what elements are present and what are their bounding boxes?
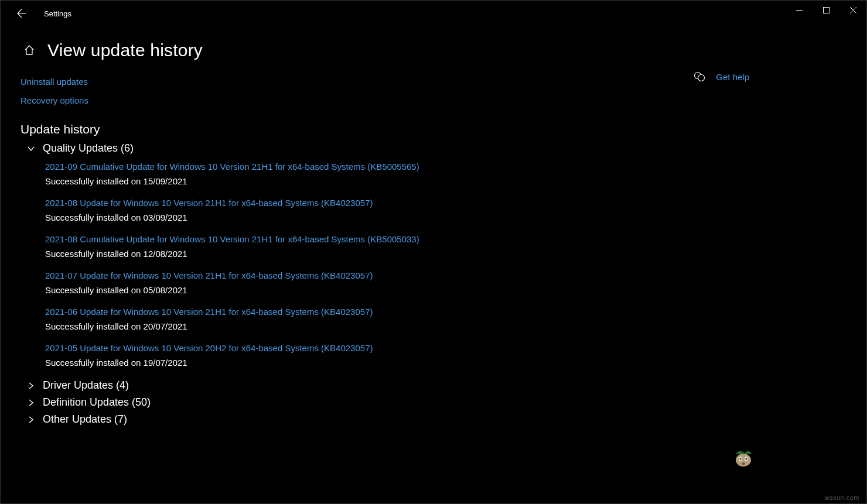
content-area: View update history Uninstall updates Re… — [1, 26, 866, 430]
minimize-button[interactable] — [786, 1, 813, 19]
maximize-button[interactable] — [813, 1, 839, 19]
window-controls — [786, 1, 866, 19]
update-status: Successfully installed on 12/08/2021 — [45, 249, 665, 259]
app-name: Settings — [44, 9, 71, 18]
mascot-icon — [732, 446, 755, 469]
back-button[interactable] — [17, 4, 40, 23]
chat-help-icon — [694, 71, 705, 83]
section-title: Update history — [21, 122, 665, 136]
home-button[interactable] — [23, 44, 36, 57]
svg-point-2 — [698, 75, 705, 81]
update-item: 2021-08 Update for Windows 10 Version 21… — [45, 198, 665, 222]
chevron-right-icon — [26, 415, 36, 424]
update-item: 2021-06 Update for Windows 10 Version 21… — [45, 307, 665, 331]
group-label: Driver Updates (4) — [43, 379, 129, 392]
quality-updates-list: 2021-09 Cumulative Update for Windows 10… — [45, 162, 665, 368]
close-icon — [850, 7, 856, 13]
chevron-right-icon — [26, 398, 36, 407]
group-quality-updates[interactable]: Quality Updates (6) — [26, 142, 665, 155]
update-link[interactable]: 2021-08 Update for Windows 10 Version 21… — [45, 198, 665, 208]
back-arrow-icon — [17, 9, 26, 18]
watermark: wsxun.com — [824, 494, 859, 501]
update-status: Successfully installed on 20/07/2021 — [45, 321, 665, 331]
update-item: 2021-08 Cumulative Update for Windows 10… — [45, 234, 665, 259]
update-status: Successfully installed on 15/09/2021 — [45, 176, 665, 186]
group-label: Quality Updates (6) — [43, 142, 134, 155]
update-link[interactable]: 2021-05 Update for Windows 10 Version 20… — [45, 343, 665, 353]
group-definition-updates[interactable]: Definition Updates (50) — [26, 396, 665, 409]
svg-point-7 — [746, 458, 747, 460]
chevron-right-icon — [26, 381, 36, 390]
update-link[interactable]: 2021-09 Cumulative Update for Windows 10… — [45, 162, 665, 172]
page-title: View update history — [47, 40, 203, 60]
close-button[interactable] — [839, 1, 866, 19]
update-item: 2021-07 Update for Windows 10 Version 21… — [45, 270, 665, 295]
main-column: View update history Uninstall updates Re… — [21, 32, 665, 430]
update-link[interactable]: 2021-08 Cumulative Update for Windows 10… — [45, 234, 665, 244]
home-icon — [23, 44, 35, 56]
get-help-link[interactable]: Get help — [716, 72, 749, 82]
titlebar: Settings — [1, 1, 866, 26]
update-link[interactable]: 2021-07 Update for Windows 10 Version 21… — [45, 270, 665, 280]
chevron-down-icon — [26, 144, 36, 153]
svg-point-8 — [742, 462, 745, 465]
group-label: Definition Updates (50) — [43, 396, 151, 409]
update-status: Successfully installed on 19/07/2021 — [45, 358, 665, 368]
recovery-options-link[interactable]: Recovery options — [21, 95, 88, 105]
page-title-row: View update history — [21, 40, 665, 60]
group-other-updates[interactable]: Other Updates (7) — [26, 413, 665, 426]
update-link[interactable]: 2021-06 Update for Windows 10 Version 21… — [45, 307, 665, 317]
uninstall-updates-link[interactable]: Uninstall updates — [21, 77, 88, 87]
svg-point-6 — [740, 458, 742, 460]
maximize-icon — [823, 7, 830, 13]
group-label: Other Updates (7) — [43, 413, 127, 426]
update-status: Successfully installed on 05/08/2021 — [45, 285, 665, 295]
update-status: Successfully installed on 03/09/2021 — [45, 212, 665, 222]
svg-rect-0 — [823, 7, 829, 13]
help-section: Get help — [694, 71, 749, 83]
update-item: 2021-09 Cumulative Update for Windows 10… — [45, 162, 665, 186]
minimize-icon — [796, 7, 803, 13]
group-driver-updates[interactable]: Driver Updates (4) — [26, 379, 665, 392]
update-item: 2021-05 Update for Windows 10 Version 20… — [45, 343, 665, 368]
